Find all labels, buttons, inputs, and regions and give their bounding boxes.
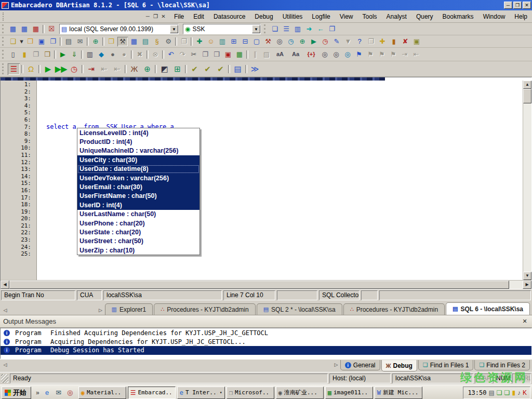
chevron-icon[interactable]: »: [35, 389, 41, 396]
replace-button[interactable]: ◎: [342, 49, 353, 60]
tab-procedures-2[interactable]: ∴ Procedures - KYJT\db2admin: [343, 303, 445, 315]
mail-quicklaunch-icon[interactable]: ✉: [54, 388, 63, 397]
autocomplete-item[interactable]: UserZip : char(10): [77, 246, 200, 255]
toolbar-button[interactable]: [80, 49, 84, 60]
autocomplete-item[interactable]: UserPhone : char(20): [77, 219, 200, 228]
toolbar-button[interactable]: [145, 49, 150, 60]
tab-explorer1[interactable]: ▥ Explorer1: [105, 303, 153, 315]
bookmark-button[interactable]: ⚑: [353, 49, 365, 60]
next-window-button[interactable]: ➜: [303, 24, 315, 34]
open-file-button[interactable]: ❒: [24, 36, 36, 47]
toolbar-button[interactable]: [37, 64, 42, 74]
migrate-button[interactable]: ▮: [388, 36, 400, 47]
volume-tray-icon[interactable]: ♪: [517, 389, 521, 396]
download-tray-icon-1[interactable]: ❏: [497, 389, 502, 396]
task-huainan[interactable]: ◉ 淮南矿业...: [276, 387, 324, 399]
task-internet[interactable]: e T Inter... ▾: [177, 387, 225, 399]
lock-tray-icon[interactable]: ▮: [512, 389, 515, 396]
output-tab-scroll-right-button[interactable]: ▷: [332, 360, 340, 369]
autocomplete-item[interactable]: ProductID : int(4): [77, 137, 200, 146]
copy-button[interactable]: ❐: [200, 49, 211, 60]
vertical-scrollbar[interactable]: ▲ ▼: [523, 81, 531, 280]
toolbar-button[interactable]: [244, 64, 248, 74]
autocomplete-item[interactable]: UserDevToken : varchar(256): [77, 174, 200, 182]
autocomplete-item[interactable]: UserID : int(4): [77, 201, 200, 209]
database-combo[interactable]: ◉ SSK ▼: [183, 24, 261, 34]
task-embarcadero[interactable]: ☰ Embarcad...: [128, 387, 176, 399]
tab-find-in-files-1[interactable]: ❏ Find in Files 1: [418, 360, 474, 370]
deploy-check-2-button[interactable]: ✔: [201, 63, 214, 75]
mdi-close-button[interactable]: ✕: [159, 14, 167, 19]
tile-horizontal-button[interactable]: ☰: [281, 24, 292, 34]
scroll-left-button[interactable]: ◀: [1, 281, 9, 289]
help-button[interactable]: ?: [354, 36, 365, 47]
kingsoft-tray-icon[interactable]: K: [523, 389, 527, 396]
new-file-dropdown[interactable]: ▾: [19, 36, 24, 47]
menu-item[interactable]: Query: [411, 11, 438, 22]
checkin-button[interactable]: ❒: [42, 49, 53, 60]
outdent-button[interactable]: ⇤: [410, 49, 422, 60]
books-button[interactable]: ▥: [84, 49, 96, 60]
catalog-browser-button[interactable]: ▥: [217, 36, 228, 47]
step-out-button[interactable]: ⇤: [98, 63, 111, 75]
sql-window-button[interactable]: ▦: [128, 36, 140, 47]
save-file-button[interactable]: ▣: [36, 36, 47, 47]
sql-load-button[interactable]: ▣: [411, 36, 422, 47]
output-message-row[interactable]: Program Acquiring Dependencies for KYJT.…: [1, 338, 531, 347]
menu-item[interactable]: Tools: [358, 11, 382, 22]
toolbar-button[interactable]: [245, 49, 249, 60]
database-session-button[interactable]: ▯: [7, 49, 19, 60]
tab-sql6[interactable]: ▤ SQL 6 - \local\SSK\sa: [446, 302, 530, 315]
deploy-check-1-button[interactable]: ✔: [188, 63, 201, 75]
toolbar-button[interactable]: [154, 64, 158, 74]
paste-image-button[interactable]: ▦: [234, 49, 245, 60]
build-project-button[interactable]: ⚒: [262, 36, 274, 47]
photo-button[interactable]: ❐: [365, 36, 377, 47]
restore-button[interactable]: ❐: [513, 2, 522, 9]
autocomplete-item[interactable]: LicenseLevelID : int(4): [77, 128, 200, 137]
checkout-button[interactable]: ❐: [30, 49, 42, 60]
debug-globe-button[interactable]: ⊕: [141, 63, 154, 75]
scroll-down-button[interactable]: ▼: [523, 272, 531, 280]
mdi-minimize-button[interactable]: ─: [144, 14, 152, 19]
save-all-button[interactable]: ❐: [47, 36, 59, 47]
disconnect-datasource-button[interactable]: ☒: [46, 24, 57, 34]
menu-item[interactable]: Utilities: [278, 11, 308, 22]
send-mail-button[interactable]: ✉: [74, 36, 86, 47]
toolbar-button[interactable]: [81, 64, 85, 74]
new-sql-script-button[interactable]: ✚: [194, 36, 205, 47]
unlock-button[interactable]: Ω: [24, 63, 37, 75]
execute-button[interactable]: ▶: [57, 49, 69, 60]
project-folder-button[interactable]: ❒: [105, 36, 117, 47]
toolbar-button[interactable]: [184, 64, 188, 74]
uncomment-button[interactable]: ▨: [261, 49, 272, 60]
chevron-down-icon[interactable]: ▼: [252, 25, 260, 33]
vertical-scroll-thumb[interactable]: [523, 89, 531, 103]
debug-session-button[interactable]: ☰: [7, 63, 20, 75]
datasource-combo[interactable]: ▤ local (SQL Server 09.00.1399) ▼: [59, 24, 179, 34]
tools-button[interactable]: ✘: [400, 36, 411, 47]
toolbar-button[interactable]: [124, 64, 128, 74]
menu-item[interactable]: View: [335, 11, 358, 22]
task-material[interactable]: ◉ Material...: [78, 387, 126, 399]
prev-bookmark-button[interactable]: ⚑: [376, 49, 388, 60]
autocomplete-item[interactable]: UserDate : datetime(8): [77, 165, 200, 174]
execute-batch-button[interactable]: ⇓: [69, 49, 80, 60]
autocomplete-item[interactable]: UserCity : char(30): [77, 155, 200, 164]
unregister-datasource-button[interactable]: ▦: [30, 24, 42, 34]
step-into-button[interactable]: ⇤: [111, 63, 124, 75]
toolbar-button[interactable]: [190, 36, 194, 47]
isql-options-button[interactable]: ⚙: [163, 36, 174, 47]
autocomplete-item[interactable]: UserFirstName : char(50): [77, 192, 200, 201]
add-login-button[interactable]: ✚: [377, 36, 388, 47]
stop-button[interactable]: ⊗: [150, 49, 161, 60]
match-braces-button[interactable]: {+}: [303, 49, 319, 60]
autocomplete-item[interactable]: UniqueMachineID : varchar(256): [77, 147, 200, 155]
menu-item[interactable]: Datasource: [209, 11, 250, 22]
debug-build-button[interactable]: ⊞: [171, 63, 184, 75]
tab-procedures-1[interactable]: ∴ Procedures - KYJT\db2admin: [154, 303, 255, 315]
download-tray-icon-2[interactable]: ❏: [504, 389, 510, 396]
tab-scroll-right-button[interactable]: ▷: [97, 305, 105, 315]
toolbar-button[interactable]: [42, 24, 46, 34]
horizontal-scrollbar[interactable]: ◀ ▶: [1, 280, 531, 289]
